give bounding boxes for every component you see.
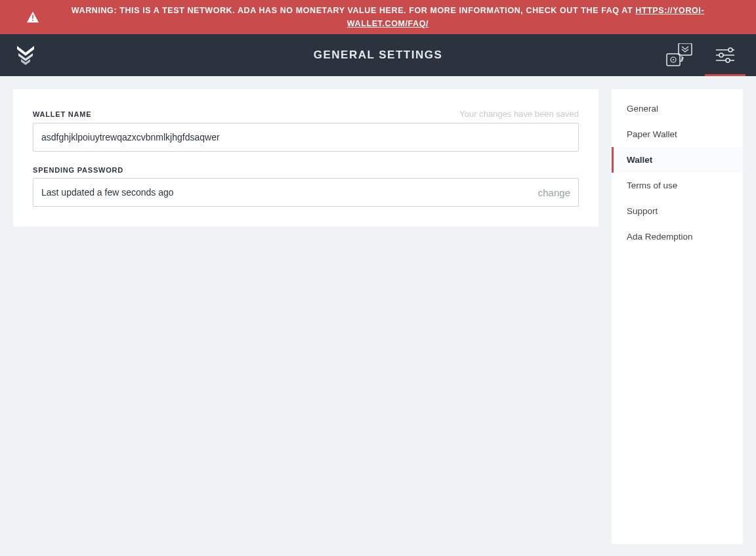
svg-rect-1 — [32, 20, 33, 21]
header-actions — [664, 39, 740, 71]
svg-point-5 — [673, 59, 674, 60]
svg-rect-0 — [32, 15, 33, 19]
sidebar-item-ada-redemption[interactable]: Ada Redemption — [612, 224, 743, 249]
password-updated-status: Last updated a few seconds ago — [41, 187, 174, 198]
sidebar-item-terms-of-use[interactable]: Terms of use — [612, 173, 743, 198]
settings-button[interactable] — [710, 39, 740, 71]
svg-point-7 — [728, 48, 732, 52]
sidebar-item-label: Terms of use — [627, 181, 677, 190]
sidebar-item-label: Wallet — [627, 155, 652, 165]
page-title: GENERAL SETTINGS — [314, 49, 443, 62]
daedalus-transfer-button[interactable] — [664, 39, 694, 71]
change-password-link[interactable]: change — [538, 187, 570, 198]
svg-point-9 — [719, 53, 723, 57]
warning-text: WARNING: THIS IS A TEST NETWORK. ADA HAS… — [46, 4, 730, 30]
sidebar-item-label: Ada Redemption — [627, 232, 693, 242]
svg-point-11 — [726, 58, 730, 62]
test-network-warning-banner: WARNING: THIS IS A TEST NETWORK. ADA HAS… — [0, 0, 756, 34]
sidebar-item-wallet[interactable]: Wallet — [612, 147, 743, 173]
main-content-area: WALLET NAME Your changes have been saved… — [0, 76, 756, 556]
top-navigation-bar: GENERAL SETTINGS — [0, 34, 756, 76]
warning-text-content: WARNING: THIS IS A TEST NETWORK. ADA HAS… — [72, 6, 635, 15]
yoroi-logo-icon[interactable] — [16, 43, 35, 67]
warning-triangle-icon — [26, 11, 39, 23]
wallet-settings-card: WALLET NAME Your changes have been saved… — [13, 89, 598, 226]
sidebar-item-general[interactable]: General — [612, 96, 743, 121]
wallet-name-label: WALLET NAME — [33, 110, 91, 118]
spending-password-row: Last updated a few seconds ago change — [33, 178, 579, 207]
settings-sidebar: General Paper Wallet Wallet Terms of use… — [612, 89, 743, 544]
wallet-name-input[interactable] — [33, 123, 579, 152]
sidebar-item-label: Support — [627, 206, 658, 216]
sidebar-item-label: Paper Wallet — [627, 129, 677, 139]
spending-password-label: SPENDING PASSWORD — [33, 166, 123, 174]
sidebar-item-label: General — [627, 104, 658, 114]
changes-saved-message: Your changes have been saved — [459, 109, 579, 119]
sidebar-item-support[interactable]: Support — [612, 198, 743, 224]
sidebar-item-paper-wallet[interactable]: Paper Wallet — [612, 121, 743, 147]
